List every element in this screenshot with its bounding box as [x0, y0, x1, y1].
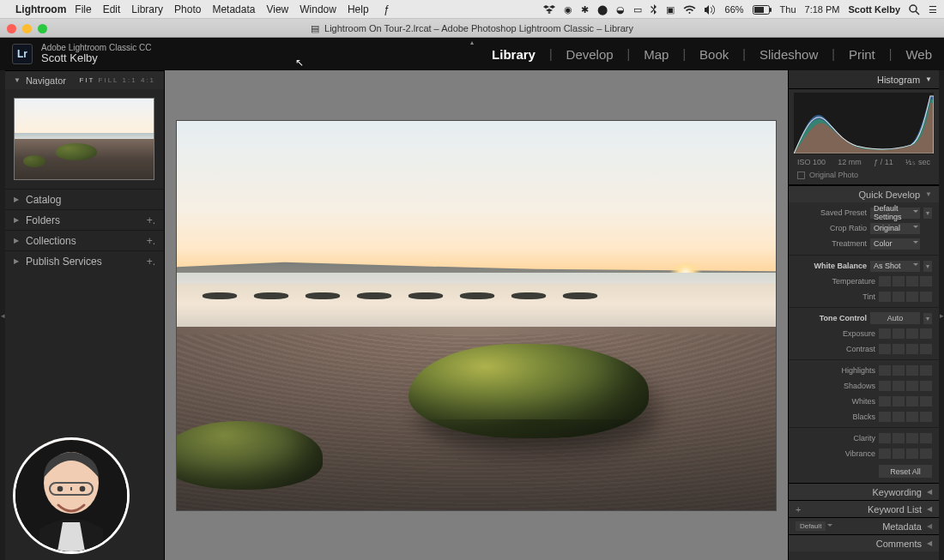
qd-clarity: Clarity	[789, 431, 939, 446]
tint-stepper[interactable]	[879, 292, 932, 302]
navigator-zoom-options[interactable]: FIT FILL 1:1 4:1	[79, 76, 155, 84]
qd-collapse-toggle[interactable]: ▾	[923, 313, 932, 324]
keyword-list-header[interactable]: + Keyword List ◀	[789, 500, 939, 517]
volume-icon[interactable]	[705, 5, 717, 15]
clarity-stepper[interactable]	[879, 433, 932, 443]
battery-pct: 66%	[725, 4, 744, 15]
menu-help[interactable]: Help	[348, 3, 369, 15]
right-collapse-handle[interactable]: ▸	[939, 70, 944, 560]
display-icon[interactable]: ▭	[633, 4, 642, 15]
keywording-header[interactable]: Keywording ◀	[789, 483, 939, 500]
qd-highlights: Highlights	[789, 363, 939, 378]
window-close-button[interactable]	[7, 24, 16, 33]
dropbox-icon[interactable]	[543, 4, 555, 15]
svg-rect-1	[754, 7, 764, 13]
sidebar-item-collections[interactable]: ▶ Collections +.	[5, 230, 164, 250]
menu-library[interactable]: Library	[131, 3, 163, 15]
checkbox-icon[interactable]	[797, 172, 805, 179]
qd-collapse-toggle[interactable]: ▾	[923, 261, 932, 272]
user-menu[interactable]: Scott Kelby	[848, 4, 900, 15]
loupe-view[interactable]	[165, 70, 788, 560]
window-zoom-button[interactable]	[38, 24, 47, 33]
shadows-stepper[interactable]	[879, 381, 932, 391]
disclosure-triangle-icon: ▼	[925, 75, 932, 83]
menu-file[interactable]: File	[75, 3, 91, 15]
highlights-stepper[interactable]	[879, 365, 932, 376]
lightroom-logo-icon: Lr	[12, 44, 33, 64]
clock-day[interactable]: Thu	[780, 4, 796, 15]
treatment-dropdown[interactable]: Color	[870, 238, 920, 250]
blacks-stepper[interactable]	[879, 412, 932, 422]
qd-tint: Tint	[789, 289, 939, 304]
metadata-filter-dropdown[interactable]: Default	[796, 521, 826, 531]
status-dot-icon[interactable]: ⬤	[597, 4, 608, 15]
qd-vibrance: Vibrance	[789, 446, 939, 461]
backup-icon[interactable]: ◒	[616, 4, 625, 15]
chevron-right-icon: ▶	[14, 237, 19, 244]
quick-develop-header[interactable]: Quick Develop ▼	[789, 185, 939, 202]
chevron-left-icon: ◀	[927, 539, 932, 547]
sidebar-item-label: Collections	[26, 235, 76, 247]
sidebar-item-catalog[interactable]: ▶ Catalog	[5, 189, 164, 209]
menu-window[interactable]: Window	[300, 3, 336, 15]
mac-menubar: Lightroom File Edit Library Photo Metada…	[0, 0, 944, 19]
module-develop[interactable]: Develop	[566, 47, 614, 62]
add-collection-button[interactable]: +.	[147, 235, 155, 247]
navigator-header[interactable]: ▼ Navigator FIT FILL 1:1 4:1	[5, 70, 164, 89]
auto-tone-button[interactable]: Auto	[870, 312, 920, 324]
spotlight-icon[interactable]	[909, 4, 920, 15]
module-slideshow[interactable]: Slideshow	[759, 47, 818, 62]
collapse-top-icon[interactable]: ▴	[470, 39, 475, 46]
module-web[interactable]: Web	[905, 47, 932, 62]
chevron-left-icon: ◀	[927, 522, 932, 530]
preset-dropdown[interactable]: Default Settings	[870, 208, 920, 219]
comments-header[interactable]: Comments ◀	[789, 534, 939, 551]
bluetooth-icon[interactable]	[651, 4, 657, 15]
window-title: Lightroom On Tour-2.lrcat – Adobe Photos…	[324, 23, 633, 33]
histo-focal: 12 mm	[838, 158, 862, 166]
add-folder-button[interactable]: +.	[147, 214, 155, 226]
window-minimize-button[interactable]	[22, 24, 32, 33]
evernote-icon[interactable]: ✱	[581, 4, 589, 15]
vibrance-stepper[interactable]	[879, 449, 932, 459]
histo-aperture: ƒ / 11	[874, 158, 893, 166]
module-picker: Library| Develop| Map| Book| Slideshow| …	[492, 47, 932, 62]
cc-status-icon[interactable]: ◉	[564, 4, 572, 15]
airplay-icon[interactable]: ▣	[666, 4, 675, 15]
clock-time[interactable]: 7:18 PM	[805, 4, 840, 15]
exposure-stepper[interactable]	[879, 328, 932, 339]
module-book[interactable]: Book	[699, 47, 729, 62]
metadata-header[interactable]: Default Metadata ◀	[789, 517, 939, 534]
navigator-thumbnail[interactable]	[14, 98, 154, 180]
script-menu-icon[interactable]: ƒ	[384, 3, 390, 15]
menu-metadata[interactable]: Metadata	[212, 3, 255, 15]
crop-dropdown[interactable]: Original	[870, 223, 920, 234]
contrast-stepper[interactable]	[879, 344, 932, 354]
svg-point-10	[80, 486, 86, 492]
sidebar-item-publish[interactable]: ▶ Publish Services +.	[5, 250, 164, 271]
wifi-icon[interactable]	[683, 5, 696, 15]
menu-view[interactable]: View	[266, 3, 288, 15]
add-publish-button[interactable]: +.	[147, 256, 155, 268]
battery-icon[interactable]	[753, 5, 772, 15]
temperature-stepper[interactable]	[879, 276, 932, 286]
menu-photo[interactable]: Photo	[174, 3, 201, 15]
disclosure-triangle-icon: ▼	[925, 190, 932, 198]
histogram[interactable]	[794, 93, 934, 154]
module-map[interactable]: Map	[644, 47, 669, 62]
app-menu[interactable]: Lightroom	[15, 3, 66, 15]
wb-dropdown[interactable]: As Shot	[870, 261, 920, 272]
menu-edit[interactable]: Edit	[103, 3, 121, 15]
notification-center-icon[interactable]: ☰	[929, 4, 937, 15]
whites-stepper[interactable]	[879, 396, 932, 406]
reset-all-button[interactable]: Reset All	[879, 465, 932, 478]
sidebar-item-folders[interactable]: ▶ Folders +.	[5, 209, 164, 230]
chevron-left-icon: ◀	[927, 488, 932, 496]
qd-shadows: Shadows	[789, 378, 939, 394]
module-library[interactable]: Library	[492, 47, 536, 62]
qd-collapse-toggle[interactable]: ▾	[923, 208, 932, 219]
original-photo-toggle[interactable]: Original Photo	[789, 169, 939, 185]
add-keyword-button[interactable]: +	[796, 504, 801, 515]
module-print[interactable]: Print	[849, 47, 875, 62]
histogram-header[interactable]: Histogram ▼	[789, 70, 939, 89]
